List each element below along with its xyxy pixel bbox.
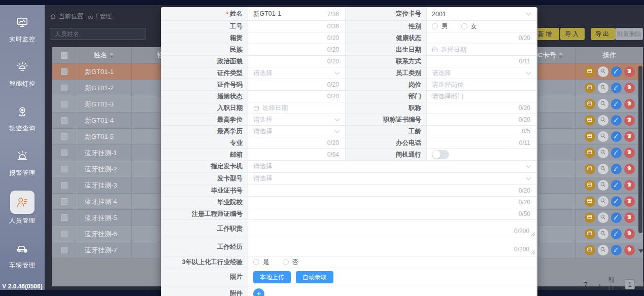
issue-card-button[interactable] xyxy=(585,83,595,93)
row-checkbox[interactable] xyxy=(61,214,67,221)
local-upload-button[interactable]: 本地上传 xyxy=(253,271,291,283)
goto-page-input[interactable]: 1 xyxy=(625,279,635,289)
row-checkbox[interactable] xyxy=(61,182,67,189)
issue-card-button[interactable] xyxy=(585,164,595,174)
edit-button[interactable] xyxy=(611,115,622,126)
issue-card-button[interactable] xyxy=(585,196,595,207)
sidebar-item-vehicle-management[interactable]: 车辆管理 xyxy=(9,238,36,270)
row-checkbox[interactable] xyxy=(61,101,67,107)
select-all-checkbox[interactable] xyxy=(61,52,67,59)
delete-button[interactable] xyxy=(624,83,635,93)
delete-button[interactable] xyxy=(624,245,635,255)
delete-button[interactable] xyxy=(624,66,635,77)
issue-card-button[interactable] xyxy=(585,115,595,126)
view-button[interactable] xyxy=(598,212,608,223)
view-button[interactable] xyxy=(598,99,608,109)
sidebar-item-personnel-management[interactable]: 人员管理 xyxy=(9,191,36,225)
edit-button[interactable] xyxy=(611,196,622,207)
field-work-experience-textarea[interactable]: 0/200 xyxy=(248,238,537,256)
delete-button[interactable] xyxy=(624,99,635,109)
issue-card-button[interactable] xyxy=(585,131,595,142)
field-contact-text[interactable]: 0/11 xyxy=(427,56,537,67)
edit-button[interactable] xyxy=(611,131,622,142)
field-employee-no-text[interactable]: 0/36 xyxy=(248,21,346,32)
row-checkbox[interactable] xyxy=(61,117,67,124)
field-department-text[interactable]: 请选择部门 xyxy=(427,91,537,102)
delete-button[interactable] xyxy=(624,180,635,191)
field-political-status-text[interactable]: 0/20 xyxy=(248,56,346,67)
field-native-place-text[interactable]: 0/20 xyxy=(248,32,346,44)
edit-button[interactable] xyxy=(611,66,622,77)
sort-icons[interactable] xyxy=(559,52,563,58)
field-title-cert-no-text[interactable]: 0/20 xyxy=(427,114,537,126)
row-checkbox[interactable] xyxy=(61,198,67,205)
scrollbar-thumb[interactable] xyxy=(638,66,642,233)
field-id-number-text[interactable]: 0/20 xyxy=(248,79,346,91)
gate-access-toggle[interactable] xyxy=(432,150,449,159)
page-button-7[interactable]: 7 xyxy=(580,281,591,288)
resize-grip[interactable] xyxy=(530,250,535,254)
issue-card-button[interactable] xyxy=(585,147,595,158)
edit-button[interactable] xyxy=(611,83,622,93)
column-header-name[interactable]: 姓名 xyxy=(76,47,132,63)
sort-icons[interactable] xyxy=(110,52,114,58)
field-major-text[interactable]: 0/20 xyxy=(248,137,346,149)
field-gate-access-toggle[interactable] xyxy=(427,149,537,161)
field-health-status-text[interactable]: 0/20 xyxy=(427,32,537,44)
auto-capture-button[interactable]: 自动录取 xyxy=(296,271,333,283)
field-id-type-select[interactable]: 请选择 xyxy=(248,67,346,79)
view-button[interactable] xyxy=(598,115,608,126)
sidebar-item-track-query[interactable]: 轨迹查询 xyxy=(9,101,36,133)
export-button[interactable]: 导出 xyxy=(591,28,615,40)
view-button[interactable] xyxy=(598,180,608,191)
field-registered-engineer-no-text[interactable]: 0/50 xyxy=(248,208,537,220)
issue-card-button[interactable] xyxy=(585,229,595,239)
delete-button[interactable] xyxy=(624,147,635,158)
view-button[interactable] xyxy=(598,83,608,93)
issue-card-button[interactable] xyxy=(585,180,595,191)
field-title-text[interactable]: 0/20 xyxy=(427,102,537,114)
field-graduate-school-text[interactable]: 0/20 xyxy=(248,197,537,208)
batch-delete-button[interactable]: 批量删除 xyxy=(615,28,643,40)
field-hire-date-date[interactable]: 选择日期 xyxy=(248,102,346,114)
field-years-of-service-text[interactable]: 0/5 xyxy=(427,126,537,137)
view-button[interactable] xyxy=(598,196,608,207)
radio-option-女[interactable]: 女 xyxy=(461,22,478,31)
delete-button[interactable] xyxy=(624,212,635,223)
view-button[interactable] xyxy=(598,229,608,239)
edit-button[interactable] xyxy=(611,147,622,158)
resize-grip[interactable] xyxy=(530,232,535,236)
field-ethnicity-text[interactable]: 0/20 xyxy=(248,44,346,56)
view-button[interactable] xyxy=(598,164,608,174)
field-email-text[interactable]: 0/64 xyxy=(248,149,346,161)
field-card-issuer-select[interactable]: 请选择 xyxy=(248,161,537,173)
field-card-model-select[interactable]: 请选择 xyxy=(248,173,537,185)
issue-card-button[interactable] xyxy=(585,99,595,109)
field-birth-date-date[interactable]: 选择日期 xyxy=(427,44,537,56)
delete-button[interactable] xyxy=(624,131,635,142)
row-checkbox[interactable] xyxy=(61,85,67,91)
field-location-card-no-select[interactable]: 2001 xyxy=(427,8,537,21)
row-checkbox[interactable] xyxy=(61,247,67,253)
radio-option-否[interactable]: 否 xyxy=(283,258,299,267)
field-office-phone-text[interactable]: 0/11 xyxy=(427,137,537,149)
field-highest-education-select[interactable]: 请选择 xyxy=(248,126,346,137)
scroll-down-icon[interactable] xyxy=(638,249,643,253)
row-checkbox[interactable] xyxy=(61,150,67,156)
table-scrollbar[interactable] xyxy=(638,64,643,270)
edit-button[interactable] xyxy=(611,245,622,255)
issue-card-button[interactable] xyxy=(585,212,595,223)
field-diploma-no-text[interactable]: 0/20 xyxy=(248,185,537,197)
row-checkbox[interactable] xyxy=(61,166,67,172)
field-job-duty-textarea[interactable]: 0/200 xyxy=(248,220,537,238)
sidebar-item-alarm-management[interactable]: 报警管理 xyxy=(9,146,36,177)
delete-button[interactable] xyxy=(624,164,635,174)
next-page-button[interactable]: › xyxy=(598,280,601,289)
radio-option-男[interactable]: 男 xyxy=(432,22,448,31)
add-attachment-button[interactable]: + xyxy=(253,288,264,296)
issue-card-button[interactable] xyxy=(585,66,595,77)
view-button[interactable] xyxy=(598,131,608,142)
field-post-text[interactable]: 请选择岗位 xyxy=(427,79,537,91)
view-button[interactable] xyxy=(598,245,608,255)
delete-button[interactable] xyxy=(624,115,635,126)
